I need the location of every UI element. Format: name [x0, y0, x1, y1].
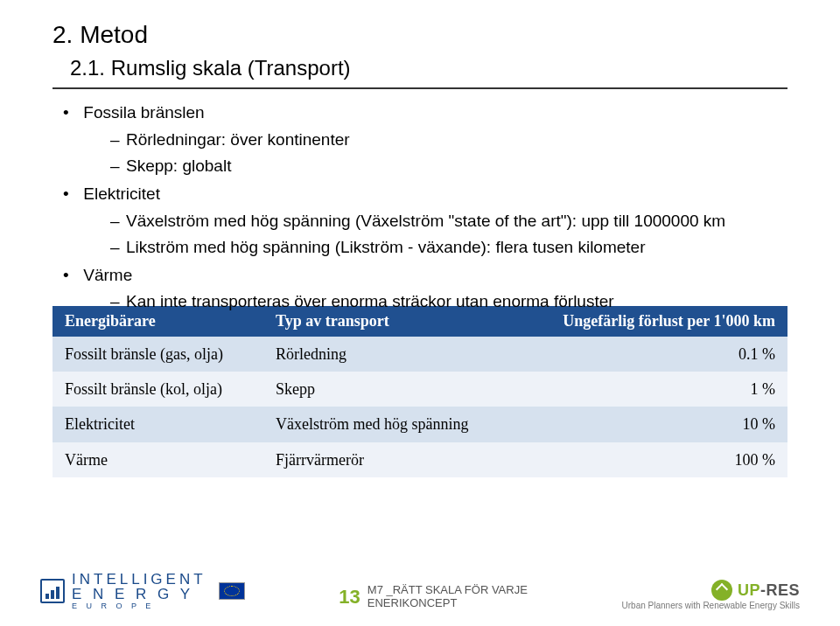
table-row: Fossilt bränsle (kol, olja) Skepp 1 %: [52, 372, 788, 407]
subbullet-ac: Växelström med hög spänning (Växelström …: [110, 210, 788, 233]
cell-transport: Skepp: [263, 372, 514, 407]
bullet-label: Elektricitet: [83, 184, 160, 203]
upres-up: UP: [738, 581, 760, 599]
table-row: Elektricitet Växelström med hög spänning…: [52, 407, 788, 442]
footer-center: 13 M7 _RÄTT SKALA FÖR VARJE ENERIKONCEPT: [261, 584, 606, 610]
logo-text-sub: E U R O P E: [72, 602, 206, 610]
bullet-label: Värme: [83, 266, 132, 284]
logo-text-line2: E N E R G Y: [72, 587, 206, 602]
heading-sub: 2.1. Rumslig skala (Transport): [52, 56, 788, 80]
upres-res: RES: [766, 581, 800, 599]
cell-loss: 0.1 %: [514, 337, 788, 372]
cell-loss: 1 %: [514, 372, 788, 407]
up-arrow-icon: [711, 580, 732, 601]
page-number: 13: [339, 586, 360, 609]
content-area: Fossila bränslen Rörledningar: över kont…: [52, 101, 788, 477]
subbullet-ships: Skepp: globalt: [110, 155, 788, 177]
cell-transport: Växelström med hög spänning: [263, 407, 514, 442]
upres-tagline: Urban Planners with Renewable Energy Ski…: [622, 601, 800, 610]
subtitle-line2: ENERIKONCEPT: [368, 597, 528, 610]
cell-carrier: Fossilt bränsle (gas, olja): [52, 337, 263, 372]
eu-flag-icon: [219, 582, 245, 600]
divider: [52, 87, 788, 89]
cell-loss: 10 %: [514, 407, 788, 442]
cell-loss: 100 %: [514, 442, 788, 477]
cell-carrier: Värme: [52, 442, 263, 477]
subbullet-pipelines: Rörledningar: över kontinenter: [110, 129, 788, 151]
cell-carrier: Fossilt bränsle (kol, olja): [52, 372, 263, 407]
bar-chart-icon: [40, 579, 65, 603]
cell-transport: Fjärrvärmerör: [263, 442, 514, 477]
subtitle-line1: M7 _RÄTT SKALA FÖR VARJE: [368, 584, 528, 597]
bullet-fossil: Fossila bränslen Rörledningar: över kont…: [63, 101, 788, 177]
intelligent-energy-logo: INTELLIGENT E N E R G Y E U R O P E: [40, 572, 245, 610]
loss-table: Energibärare Typ av transport Ungefärlig…: [52, 306, 788, 477]
cell-carrier: Elektricitet: [52, 407, 263, 442]
table-row: Värme Fjärrvärmerör 100 %: [52, 442, 788, 477]
upres-logo: UP-RES Urban Planners with Renewable Ene…: [622, 580, 800, 610]
footer: INTELLIGENT E N E R G Y E U R O P E 13 M…: [0, 542, 840, 626]
logo-text-line1: INTELLIGENT: [72, 572, 206, 587]
cell-transport: Rörledning: [263, 337, 514, 372]
subbullet-dc: Likström med hög spänning (Likström - vä…: [110, 236, 788, 259]
table-row: Fossilt bränsle (gas, olja) Rörledning 0…: [52, 337, 788, 372]
bullet-electricity: Elektricitet Växelström med hög spänning…: [63, 183, 788, 259]
heading-main: 2. Metod: [52, 21, 788, 49]
bullet-label: Fossila bränslen: [83, 103, 204, 122]
